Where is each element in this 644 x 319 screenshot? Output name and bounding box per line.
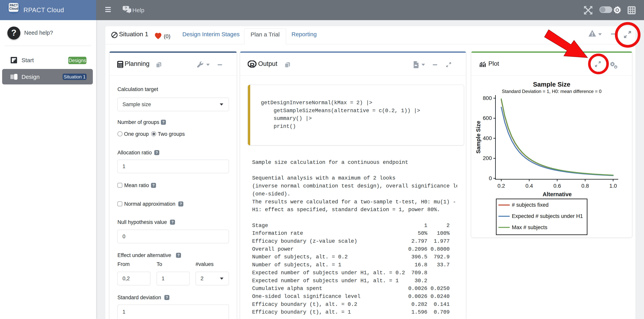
svg-text:Expected # subjects under H1: Expected # subjects under H1	[512, 213, 583, 219]
svg-text:?: ?	[125, 6, 127, 10]
svg-text:800: 800	[483, 95, 492, 101]
svg-text:R: R	[250, 62, 255, 68]
svg-text:0.6: 0.6	[554, 183, 561, 189]
svg-text:0.2: 0.2	[498, 183, 505, 189]
svg-text:# subjects fixed: # subjects fixed	[512, 202, 549, 208]
svg-text:200: 200	[483, 155, 492, 161]
svg-text:Alternative: Alternative	[543, 191, 572, 197]
svg-text:0: 0	[489, 175, 492, 181]
svg-text:1.0: 1.0	[609, 183, 617, 189]
svg-text:Max # subjects: Max # subjects	[512, 224, 547, 230]
svg-text:0.8: 0.8	[582, 183, 589, 189]
svg-text:400: 400	[483, 135, 492, 141]
svg-text:0.4: 0.4	[526, 183, 533, 189]
svg-text:Sample Size: Sample Size	[475, 121, 482, 153]
svg-text:600: 600	[483, 115, 492, 121]
